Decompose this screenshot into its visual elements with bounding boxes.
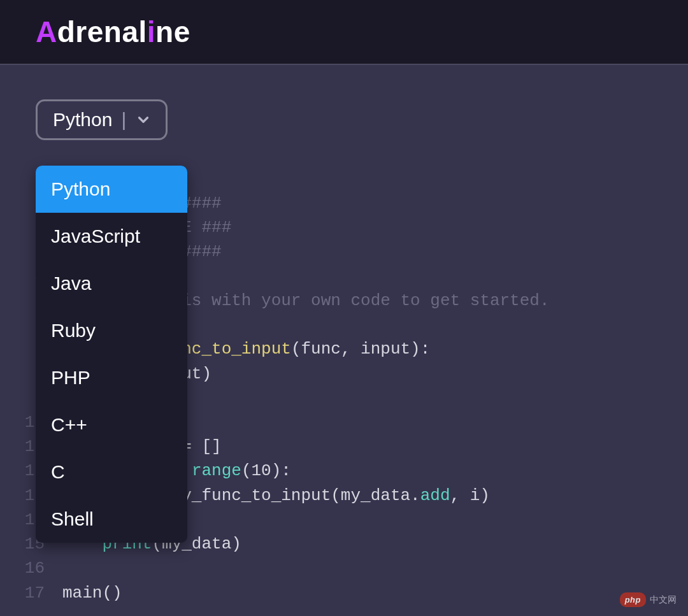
code-content[interactable] xyxy=(62,556,663,580)
logo-accent-i: i xyxy=(147,15,155,48)
code-token: , i) xyxy=(450,486,490,505)
code-token: [] xyxy=(192,437,222,456)
language-option-c[interactable]: C xyxy=(36,448,187,496)
watermark-text: 中文网 xyxy=(650,594,677,606)
language-option-java[interactable]: Java xyxy=(36,260,187,307)
code-content[interactable]: main() xyxy=(62,581,663,605)
code-token: () xyxy=(102,584,122,603)
language-option-shell[interactable]: Shell xyxy=(36,496,187,543)
code-token: range xyxy=(192,461,241,480)
code-token: ): xyxy=(271,461,291,480)
app-header: Adrenaline xyxy=(0,0,688,65)
language-dropdown[interactable]: PythonJavaScriptJavaRubyPHPC++CShell xyxy=(36,166,187,543)
chevron-down-icon xyxy=(135,111,152,128)
code-token: add xyxy=(420,486,450,505)
line-number: 16 xyxy=(19,556,62,580)
language-option-cplusplus[interactable]: C++ xyxy=(36,401,187,448)
code-line[interactable]: 17main() xyxy=(19,581,663,605)
language-select-button[interactable]: Python | xyxy=(36,99,168,140)
language-option-python[interactable]: Python xyxy=(36,166,187,213)
app-logo: Adrenaline xyxy=(36,15,190,49)
watermark-badge: php xyxy=(620,592,646,607)
code-line[interactable]: 16 xyxy=(19,556,663,580)
code-token: 10 xyxy=(252,461,271,480)
language-select-current: Python xyxy=(53,109,112,131)
logo-part-2: ne xyxy=(155,15,190,48)
language-option-ruby[interactable]: Ruby xyxy=(36,307,187,354)
watermark: php 中文网 xyxy=(620,592,677,607)
logo-accent-a: A xyxy=(36,15,57,48)
language-select-divider: | xyxy=(121,109,126,131)
code-token: (func, input): xyxy=(291,340,430,359)
main-area: Python | PythonJavaScriptJavaRubyPHPC++C… xyxy=(0,65,688,140)
language-option-javascript[interactable]: JavaScript xyxy=(36,213,187,260)
code-token: ( xyxy=(241,461,252,480)
code-token: main xyxy=(62,584,102,603)
language-option-php[interactable]: PHP xyxy=(36,354,187,401)
line-number: 17 xyxy=(19,581,62,605)
logo-part-1: drenal xyxy=(57,15,147,48)
